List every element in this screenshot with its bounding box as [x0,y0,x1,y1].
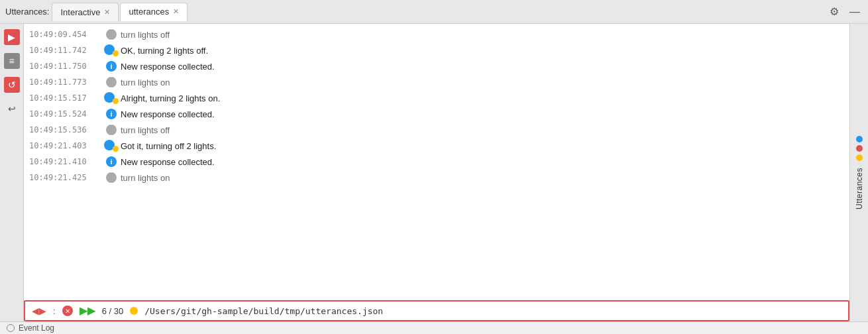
tab-interactive[interactable]: Interactive ✕ [52,3,119,21]
info-icon: i [106,61,117,72]
event-log-radio [7,324,15,332]
tab-interactive-close[interactable]: ✕ [104,9,110,16]
bot-icon [104,140,119,152]
info-icon-cell: i [102,109,121,119]
timestamp: 10:49:21.425 [29,173,102,182]
bot-icon-cell [102,92,121,104]
log-text: New response collected. [121,157,215,167]
speaker-icon-cell [102,125,121,135]
log-row: 10:49:15.524 i New response collected. [24,106,849,122]
tab-utterances-label: utterances [129,7,169,17]
tab-utterances-close[interactable]: ✕ [173,8,179,15]
log-text: New response collected. [121,62,215,72]
sidebar-list-icon[interactable]: ≡ [4,53,20,69]
log-row: 10:49:11.773 turn lights on [24,74,849,90]
bot-icon-cell [102,44,121,56]
log-content[interactable]: 10:49:09.454 turn lights off 10:49:11.74… [24,24,849,300]
timestamp: 10:49:15.536 [29,125,102,135]
tab-bar: Utterances: Interactive ✕ utterances ✕ ⚙… [0,0,868,24]
log-row: 10:49:11.742 OK, turning 2 lights off. [24,42,849,58]
bot-icon [104,92,119,104]
log-row: 10:49:15.536 turn lights off [24,122,849,138]
info-icon: i [106,109,117,119]
bot-circle-yellow [113,146,119,152]
log-row: 10:49:09.454 turn lights off [24,27,849,42]
bot-icon-cell [102,140,121,152]
log-text: New response collected. [121,109,215,119]
main-area: ▶ ≡ ↺ ↩ 10:49:09.454 turn lights off 10:… [0,24,868,321]
tab-interactive-label: Interactive [60,7,100,17]
log-text: turn lights off [121,30,170,40]
info-icon: i [106,156,117,167]
timestamp: 10:49:21.403 [29,141,102,150]
log-row: 10:49:21.403 Got it, turning off 2 light… [24,138,849,154]
gear-button[interactable]: ⚙ [827,4,841,19]
sidebar-refresh-icon[interactable]: ↺ [4,77,20,93]
status-stop-button[interactable]: ✕ [62,306,73,316]
log-text: Got it, turning off 2 lights. [121,141,216,151]
log-text: OK, turning 2 lights off. [121,46,208,56]
left-sidebar: ▶ ≡ ↺ ↩ [0,24,24,321]
log-text: Alright, turning 2 lights on. [121,93,220,103]
log-row: 10:49:21.425 turn lights on [24,170,849,186]
timestamp: 10:49:21.410 [29,157,102,166]
speaker-icon-cell [102,172,121,183]
sidebar-play-icon[interactable]: ▶ [4,29,20,45]
timestamp: 10:49:11.750 [29,62,102,71]
bot-circle-yellow [113,98,119,104]
sidebar-undo-icon[interactable]: ↩ [4,101,20,117]
timestamp: 10:49:11.773 [29,78,102,87]
tab-utterances[interactable]: utterances ✕ [120,3,188,21]
log-text: turn lights on [121,173,170,183]
log-row: 10:49:21.410 i New response collected. [24,154,849,170]
bot-icon [104,44,119,56]
speaker-icon [106,29,117,40]
speaker-icon-cell [102,77,121,87]
status-bar: ◀▶ : ✕ ▶▶ 6 / 30 /Users/git/gh-sample/bu… [24,300,849,321]
timestamp: 10:49:09.454 [29,30,102,39]
right-panel[interactable]: Utterances [849,24,868,321]
dot-red [856,145,863,152]
timestamp: 10:49:11.742 [29,46,102,55]
bot-circle-yellow [113,50,119,56]
log-row: 10:49:11.750 i New response collected. [24,58,849,74]
dot-blue [856,136,863,142]
speaker-icon [106,125,117,135]
status-colon: : [53,306,56,316]
log-text: turn lights off [121,125,170,135]
status-play-icon[interactable]: ◀▶ [32,306,46,316]
dot-yellow [856,154,863,161]
utterances-panel-tab[interactable]: Utterances [855,136,864,209]
status-step-button[interactable]: ▶▶ [80,305,95,317]
speaker-icon [106,172,117,183]
timestamp: 10:49:15.524 [29,109,102,119]
tab-bar-actions: ⚙ — [827,4,863,19]
status-counter: 6 / 30 [102,306,124,316]
minimize-button[interactable]: — [847,5,863,19]
speaker-icon [106,77,117,87]
info-icon-cell: i [102,156,121,167]
timestamp: 10:49:15.517 [29,93,102,103]
event-log-label: Event Log [19,323,54,333]
info-icon-cell: i [102,61,121,72]
utterances-label: Utterances: [5,7,49,17]
speaker-icon-cell [102,29,121,40]
status-path: /Users/git/gh-sample/build/tmp/utterance… [144,306,383,316]
status-dot-yellow [130,307,138,315]
right-panel-label: Utterances [855,168,864,209]
log-text: turn lights on [121,78,170,87]
event-log-bar: Event Log [0,321,868,334]
log-row: 10:49:15.517 Alright, turning 2 lights o… [24,90,849,106]
